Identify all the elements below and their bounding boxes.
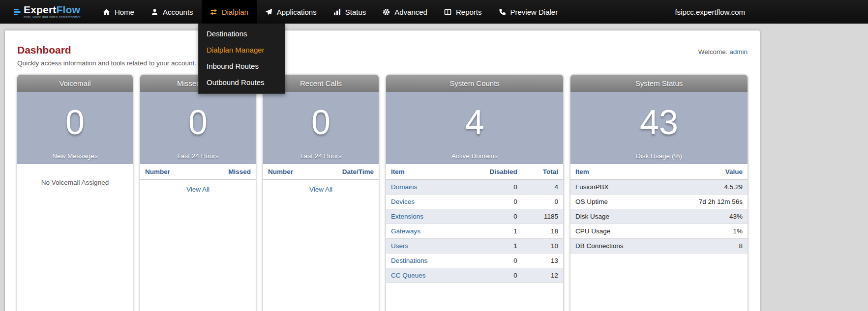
missed-calls-count: 0: [188, 92, 208, 152]
book-icon: [444, 8, 451, 16]
voicemail-count-label: New Messages: [52, 152, 97, 164]
table-row: Destinations 0 13: [386, 254, 563, 268]
system-counts-card: System Counts 4 Active Domains Item Disa…: [386, 75, 563, 311]
system-status-card: System Status 43 Disk Usage (%) Item Val…: [570, 75, 748, 311]
page-title: Dashboard: [17, 44, 196, 56]
table-row: CPU Usage 1%: [570, 224, 748, 239]
admin-user-link[interactable]: admin: [729, 48, 748, 56]
table-row: Disk Usage 43%: [570, 209, 748, 224]
disk-usage-count: 43: [640, 92, 678, 152]
table-row: Users 1 10: [386, 239, 563, 254]
page-subtitle: Quickly access information and tools rel…: [17, 59, 196, 67]
dashboard-cards: Voicemail 0 New Messages No Voicemail As…: [5, 75, 760, 311]
system-status-table: Item Value FusionPBX 4.5.29 OS Uptime 7d…: [570, 164, 748, 254]
voicemail-card: Voicemail 0 New Messages No Voicemail As…: [17, 75, 133, 311]
nav-item-status[interactable]: Status: [325, 0, 375, 24]
nav-item-applications[interactable]: Applications: [257, 0, 325, 24]
phone-icon: [499, 8, 506, 16]
table-row: Gateways 1 18: [386, 224, 563, 239]
gateways-link[interactable]: Gateways: [391, 227, 420, 235]
extensions-link[interactable]: Extensions: [391, 213, 423, 220]
table-row: CC Queues 0 12: [386, 268, 563, 283]
domains-link[interactable]: Domains: [391, 183, 417, 191]
system-counts-count-label: Active Domains: [451, 152, 498, 164]
top-nav: ExpertFlow chat, voice and video contact…: [0, 0, 868, 24]
dropdown-item-dialplan-manager[interactable]: Dialplan Manager: [199, 42, 285, 58]
recent-calls-count: 0: [311, 92, 330, 152]
active-domains-count: 4: [465, 92, 484, 152]
missed-calls-count-label: Last 24 Hours: [177, 152, 218, 164]
system-status-card-title: System Status: [570, 75, 748, 92]
home-icon: [103, 8, 110, 16]
nav-item-dialplan[interactable]: Dialplan: [202, 0, 257, 24]
dialplan-dropdown-menu: Destinations Dialplan Manager Inbound Ro…: [198, 24, 285, 94]
column-header: Item: [570, 164, 662, 180]
missed-calls-table: Number Missed: [140, 164, 256, 180]
recent-calls-table: Number Date/Time: [263, 164, 379, 180]
nav-item-accounts[interactable]: Accounts: [143, 0, 202, 24]
expertflow-logo[interactable]: ExpertFlow chat, voice and video contact…: [14, 4, 81, 19]
user-icon: [151, 8, 158, 16]
gear-icon: [383, 8, 390, 16]
dropdown-item-outbound-routes[interactable]: Outbound Routes: [199, 74, 285, 90]
table-row: Domains 0 4: [386, 180, 563, 195]
system-counts-card-title: System Counts: [386, 75, 563, 92]
column-header: Number: [263, 164, 337, 180]
dropdown-item-inbound-routes[interactable]: Inbound Routes: [199, 58, 285, 74]
destinations-link[interactable]: Destinations: [391, 257, 427, 264]
page-header: Dashboard Quickly access information and…: [5, 30, 760, 75]
voicemail-hero: 0 New Messages: [17, 92, 133, 164]
main-content: Dashboard Quickly access information and…: [5, 30, 760, 311]
welcome-text: Welcome: admin: [698, 48, 748, 56]
recent-calls-hero: 0 Last 24 Hours: [263, 92, 379, 164]
column-header: Number: [140, 164, 200, 180]
server-domain: fsipcc.expertflow.com: [675, 8, 745, 16]
recent-calls-view-all-link[interactable]: View All: [309, 186, 332, 193]
missed-calls-card: Missed Calls 0 Last 24 Hours Number Miss…: [140, 75, 256, 311]
table-row: Devices 0 0: [386, 195, 563, 209]
voicemail-empty-text: No Voicemail Assigned: [17, 164, 133, 186]
column-header: Missed: [200, 164, 256, 180]
devices-link[interactable]: Devices: [391, 198, 415, 205]
recent-calls-count-label: Last 24 Hours: [300, 152, 341, 164]
logo-text: ExpertFlow: [24, 4, 80, 15]
system-counts-hero: 4 Active Domains: [386, 92, 563, 164]
logo-tagline: chat, voice and video contactcenter: [24, 16, 81, 19]
column-header: Value: [662, 164, 748, 180]
missed-calls-view-all-link[interactable]: View All: [186, 186, 210, 193]
column-header: Disabled: [461, 164, 522, 180]
column-header: Item: [386, 164, 461, 180]
system-counts-table: Item Disabled Total Domains 0 4 Devices …: [386, 164, 563, 283]
users-link[interactable]: Users: [391, 242, 408, 250]
system-status-hero: 43 Disk Usage (%): [570, 92, 748, 164]
column-header: Date/Time: [337, 164, 379, 180]
table-row: OS Uptime 7d 2h 12m 56s: [570, 195, 748, 209]
table-row: FusionPBX 4.5.29: [570, 180, 748, 195]
missed-calls-hero: 0 Last 24 Hours: [140, 92, 256, 164]
cc-queues-link[interactable]: CC Queues: [391, 272, 426, 279]
nav-item-reports[interactable]: Reports: [436, 0, 490, 24]
recent-calls-card: Recent Calls 0 Last 24 Hours Number Date…: [263, 75, 379, 311]
voicemail-count: 0: [65, 92, 85, 152]
exchange-arrows-icon: [210, 8, 217, 16]
table-row: Extensions 0 1185: [386, 209, 563, 224]
nav-item-advanced[interactable]: Advanced: [374, 0, 436, 24]
dropdown-item-destinations[interactable]: Destinations: [199, 26, 285, 42]
voicemail-card-title: Voicemail: [17, 75, 133, 92]
logo-icon: [14, 9, 21, 15]
bar-chart-icon: [333, 8, 341, 16]
nav-item-home[interactable]: Home: [94, 0, 143, 24]
nav-item-preview-dialer[interactable]: Preview Dialer: [490, 0, 567, 24]
paper-plane-icon: [265, 8, 272, 16]
table-row: DB Connections 8: [570, 239, 748, 254]
column-header: Total: [522, 164, 563, 180]
nav-menu: Home Accounts Dialplan Applications Stat…: [94, 0, 566, 24]
system-status-count-label: Disk Usage (%): [636, 152, 682, 164]
